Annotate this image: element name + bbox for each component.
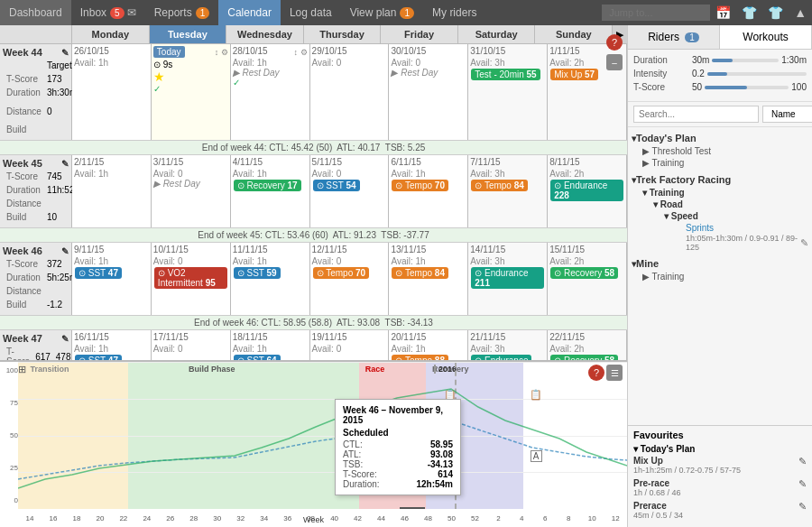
tree-item-training-todaysplan[interactable]: ▶ Training xyxy=(642,157,808,169)
chart-plan-icon2[interactable]: 📋 xyxy=(530,389,542,401)
avail-45-tue: Avail: 0 xyxy=(153,169,228,179)
today-icons: ↕ ⚙ xyxy=(215,48,228,57)
tree-header-trek[interactable]: Trek Factory Racing xyxy=(632,172,808,187)
day-cell-45-sun[interactable]: 8/11/15 Avail: 2h ⊙ Endurance 228 xyxy=(548,155,627,227)
date-47-wed: 18/11/15 xyxy=(233,332,308,342)
workout-badge-46-tue: ⊙ VO2 Intermittent 95 xyxy=(154,267,227,289)
day-cell-47-thu[interactable]: 19/11/15 Avail: 0 xyxy=(310,330,390,360)
day-cell-46-sat[interactable]: 14/11/15 Avail: 3h ⊙ Endurance 211 xyxy=(468,243,548,315)
nav-logdata[interactable]: Log data xyxy=(281,0,341,25)
chart-tooltip: Week 46 – November 9, 2015 Scheduled CTL… xyxy=(335,399,461,495)
day-cell-47-sat[interactable]: 21/11/15 Avail: 3h ⊙ Endurance xyxy=(468,330,548,360)
phase-label-build: Build Phase xyxy=(189,365,235,374)
tree-item-thresholdtest[interactable]: ▶ Threshold Test xyxy=(642,145,808,157)
tree-section-todaysplan: Today's Plan ▶ Threshold Test ▶ Training xyxy=(632,131,808,169)
day-cell-44-mon[interactable]: 26/10/15 Avail: 1h xyxy=(72,44,152,140)
nav-viewplan[interactable]: View plan 1 xyxy=(341,0,423,25)
intensity-track[interactable] xyxy=(707,72,807,76)
nav-inbox[interactable]: Inbox 5 ✉ xyxy=(71,0,145,25)
tree-sub-header-training-trek[interactable]: Training xyxy=(642,187,808,199)
date-45-mon: 2/11/15 xyxy=(74,157,149,167)
fav-item-mixup-name[interactable]: Mix Up xyxy=(633,456,741,466)
sort-dropdown[interactable]: Name Duration xyxy=(762,106,812,123)
week-row-46: Week 46 ✎ T-Score3726140 Duration5h:25m1… xyxy=(0,243,627,316)
day-cell-44-fri[interactable]: 30/10/15 Avail: 0 ▶ Rest Day xyxy=(389,44,468,140)
nav-myriders[interactable]: My riders xyxy=(423,0,485,25)
shirt1-btn[interactable]: 👕 xyxy=(736,2,762,23)
fav-edit-prerace1[interactable]: ✎ xyxy=(798,478,807,490)
jump-to-area: 📅 👕 👕 ▲ xyxy=(602,2,812,23)
edit-icon-45[interactable]: ✎ xyxy=(61,159,69,169)
day-cell-44-tue[interactable]: Today ↕ ⚙ ⊙ 9s ★ ✓ xyxy=(152,44,231,140)
tree-sub-trek: Training Road Speed Sprints 1h:05m-1h:30… xyxy=(632,187,808,253)
fav-item-prerace2-name[interactable]: Prerace xyxy=(633,501,683,511)
day-cell-45-thu[interactable]: 5/11/15 Avail: 0 ⊙ SST 54 xyxy=(310,155,390,227)
tscore-track[interactable] xyxy=(705,86,789,89)
day-cell-46-sun[interactable]: 15/11/15 Avail: 2h ⊙ Recovery 58 xyxy=(548,243,627,315)
date-46-thu: 12/11/15 xyxy=(312,245,387,254)
workout-9s: ⊙ 9s xyxy=(153,60,228,69)
fav-item-prerace1-detail: 1h / 0.68 / 46 xyxy=(633,488,681,497)
day-cell-45-sat[interactable]: 7/11/15 Avail: 3h ⊙ Tempo 84 xyxy=(468,155,548,227)
day-cell-47-tue[interactable]: 17/11/15 Avail: 0 xyxy=(152,330,231,360)
day-cell-46-fri[interactable]: 13/11/15 Avail: 1h ⊙ Tempo 84 xyxy=(389,243,468,315)
day-cell-45-tue[interactable]: 3/11/15 Avail: 0 ▶ Rest Day xyxy=(152,155,231,227)
tooltip-section: Scheduled xyxy=(343,428,453,438)
date-46-mon: 9/11/15 xyxy=(74,245,149,254)
day-cell-46-thu[interactable]: 12/11/15 Avail: 0 ⊙ Tempo 70 xyxy=(310,243,390,315)
day-cell-47-wed[interactable]: 18/11/15 Avail: 1h ⊙ SST 64 xyxy=(231,330,310,360)
tree-header-mine[interactable]: Mine xyxy=(632,256,808,271)
day-cell-44-thu[interactable]: 29/10/15 Avail: 0 xyxy=(310,44,390,140)
day-cell-47-mon[interactable]: 16/11/15 Avail: 1h ⊙ SST 47 xyxy=(72,330,152,360)
tooltip-title: Week 46 – November 9, 2015 xyxy=(343,405,453,425)
nav-reports[interactable]: Reports 1 xyxy=(145,0,219,25)
avail-47-sun: Avail: 2h xyxy=(549,344,624,354)
avail-47-wed: Avail: 1h xyxy=(233,344,308,354)
shirt2-btn[interactable]: 👕 xyxy=(762,2,789,23)
day-cell-45-wed[interactable]: 4/11/15 Avail: 1h ⊙ Recovery 17 xyxy=(231,155,310,227)
collapse-btn[interactable]: ▲ xyxy=(789,2,812,23)
day-cell-45-fri[interactable]: 6/11/15 Avail: 1h ⊙ Tempo 70 xyxy=(389,155,468,227)
date-47-mon: 16/11/15 xyxy=(74,332,149,342)
fav-edit-prerace2[interactable]: ✎ xyxy=(798,501,807,513)
tab-riders[interactable]: Riders 1 xyxy=(628,25,720,49)
day-cell-47-fri[interactable]: 20/11/15 Avail: 1h ⊙ Tempo 88 xyxy=(389,330,468,360)
chart-zoom-icon[interactable]: ⊞ xyxy=(18,364,26,375)
edit-icon-46[interactable]: ✎ xyxy=(61,246,69,256)
chart-menu-btn[interactable]: ☰ xyxy=(606,365,623,381)
day-cell-45-mon[interactable]: 2/11/15 Avail: 1h xyxy=(72,155,152,227)
fav-edit-mixup[interactable]: ✎ xyxy=(798,456,807,467)
date-47-sun: 22/11/15 xyxy=(549,332,624,342)
edit-icon-47[interactable]: ✎ xyxy=(61,334,69,344)
edit-sprints-icon[interactable]: ✎ xyxy=(800,237,808,249)
workout-search-input[interactable] xyxy=(633,106,759,123)
day-cell-46-tue[interactable]: 10/11/15 Avail: 0 ⊙ VO2 Intermittent 95 xyxy=(152,243,231,315)
tree-item-training-mine[interactable]: ▶ Training xyxy=(642,271,808,282)
nav-calendar[interactable]: Calendar xyxy=(218,0,281,25)
intensity-fill xyxy=(707,72,727,76)
week-summary-44: End of week 44: CTL: 45.42 (50) ATL: 40.… xyxy=(0,141,627,155)
edit-icon-44[interactable]: ✎ xyxy=(61,48,69,58)
workout-badge-45-thu: ⊙ SST 54 xyxy=(313,180,360,191)
avail-45-fri: Avail: 1h xyxy=(391,169,466,179)
workout-badge-46-fri: ⊙ Tempo 84 xyxy=(392,267,448,279)
calendar-picker-btn[interactable]: 📅 xyxy=(710,2,736,23)
chart-help-btn[interactable]: ? xyxy=(588,365,604,381)
day-cell-44-wed[interactable]: 28/10/15 ↕ ⚙ Avail: 1h ▶ Rest Day ✓ xyxy=(231,44,310,140)
nav-dashboard[interactable]: Dashboard xyxy=(0,0,71,25)
date-44-sat: 31/10/15 xyxy=(470,46,545,56)
duration-track[interactable] xyxy=(712,59,779,62)
tree-sub-header-speed[interactable]: Speed xyxy=(664,210,808,222)
day-cell-46-mon[interactable]: 9/11/15 Avail: 1h ⊙ SST 47 xyxy=(72,243,152,315)
day-cell-46-wed[interactable]: 11/11/15 Avail: 1h ⊙ SST 59 xyxy=(231,243,310,315)
today-badge: Today xyxy=(153,46,185,58)
jump-to-input[interactable] xyxy=(602,5,710,21)
tree-header-todaysplan[interactable]: Today's Plan xyxy=(632,131,808,145)
fav-item-prerace1-name[interactable]: Pre-race xyxy=(633,478,681,488)
tree-sub-header-road[interactable]: Road xyxy=(653,199,808,210)
day-cell-47-sun[interactable]: 22/11/15 Avail: 2h ⊙ Recovery 58 xyxy=(548,330,627,360)
tree-leaf-sprints[interactable]: Sprints xyxy=(675,222,808,234)
day-cell-44-sat[interactable]: 31/10/15 Avail: 3h Test - 20min 55 xyxy=(468,44,548,140)
avail-44-fri: Avail: 0 xyxy=(391,58,466,68)
tab-workouts[interactable]: Workouts xyxy=(720,25,812,49)
